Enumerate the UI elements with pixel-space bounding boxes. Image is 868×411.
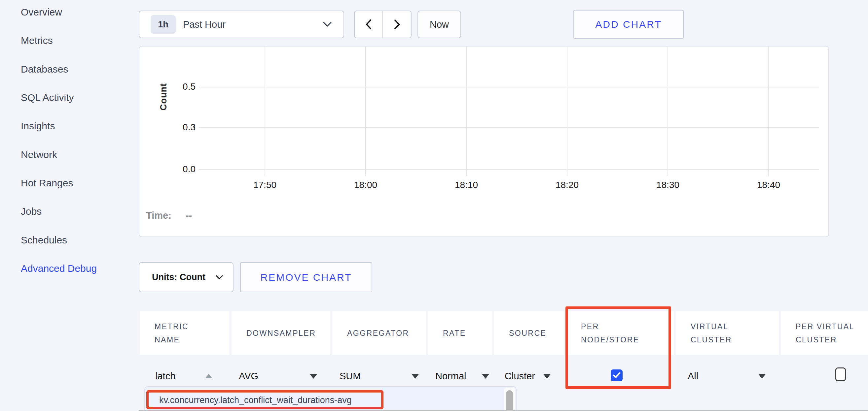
time-range-badge: 1h (151, 15, 176, 34)
column-header-downsampler: DOWNSAMPLER (231, 311, 330, 355)
column-header-aggregator: AGGREGATOR (332, 311, 426, 355)
chevron-right-icon (394, 20, 400, 29)
caret-down-icon[interactable] (758, 374, 766, 379)
chart-card: Count 0.5 0.3 0.0 17:50 18:00 18:10 18:2… (139, 46, 829, 237)
per-virtual-cluster-checkbox[interactable] (835, 368, 846, 381)
sidebar-item-insights[interactable]: Insights (21, 121, 55, 132)
caret-up-icon[interactable] (206, 374, 212, 378)
chevron-down-icon (323, 22, 332, 27)
sidebar-item-overview[interactable]: Overview (21, 7, 62, 18)
scrollbar-thumb[interactable] (506, 390, 513, 411)
metric-suggestion-item[interactable]: kv.concurrency.latch_conflict_wait_durat… (159, 395, 352, 405)
advanced-debug-custom-chart-page: Overview Metrics Databases SQL Activity … (0, 0, 868, 411)
source-select-value[interactable]: Cluster (505, 371, 535, 382)
metric-name-input[interactable] (150, 367, 205, 385)
column-header-virtual-cluster: VIRTUAL CLUSTER (676, 311, 779, 355)
downsampler-select-value[interactable]: AVG (239, 371, 258, 382)
virtual-cluster-select-value[interactable]: All (688, 371, 698, 382)
caret-down-icon[interactable] (411, 374, 419, 379)
sidebar-item-jobs[interactable]: Jobs (21, 206, 42, 217)
caret-down-icon[interactable] (482, 374, 489, 379)
units-select[interactable]: Units: Count (139, 262, 234, 292)
previous-time-button[interactable] (355, 11, 382, 38)
caret-down-icon[interactable] (310, 374, 317, 379)
time-range-select[interactable]: 1h Past Hour (139, 10, 344, 38)
sidebar-item-network[interactable]: Network (21, 149, 57, 160)
check-icon (613, 372, 621, 379)
sidebar-item-schedules[interactable]: Schedules (21, 235, 67, 246)
chevron-down-icon (216, 275, 223, 280)
sidebar-item-advanced-debug[interactable]: Advanced Debug (21, 263, 97, 274)
x-tick: 18:20 (544, 180, 590, 190)
column-header-source: SOURCE (494, 311, 564, 355)
sidebar-item-metrics[interactable]: Metrics (21, 35, 53, 46)
next-time-button[interactable] (383, 11, 411, 38)
metric-autocomplete-dropdown: kv.concurrency.latch_conflict_wait_durat… (144, 386, 517, 411)
x-tick: 18:40 (745, 180, 792, 190)
add-chart-button[interactable]: ADD CHART (574, 10, 684, 39)
per-node-store-checkbox[interactable] (611, 370, 623, 381)
x-tick: 17:50 (242, 180, 288, 190)
remove-chart-button[interactable]: REMOVE CHART (240, 262, 372, 292)
y-tick-0.5: 0.5 (173, 81, 195, 92)
caret-down-icon[interactable] (543, 374, 551, 379)
column-header-rate: RATE (428, 311, 492, 355)
chevron-left-icon (366, 20, 372, 29)
divider (139, 410, 868, 411)
sidebar-item-sql-activity[interactable]: SQL Activity (21, 92, 74, 103)
time-step-buttons (354, 10, 411, 38)
hover-time-label: Time: (146, 210, 172, 221)
time-range-label: Past Hour (183, 19, 225, 30)
column-header-per-node-store: PER NODE/STORE (566, 311, 674, 355)
units-select-label: Units: Count (152, 272, 206, 282)
y-tick-0.0: 0.0 (173, 164, 195, 174)
now-button[interactable]: Now (417, 10, 461, 38)
scrollbar-track[interactable] (504, 387, 515, 411)
rate-select-value[interactable]: Normal (435, 371, 466, 382)
sidebar-item-hot-ranges[interactable]: Hot Ranges (21, 177, 73, 189)
sidebar-item-databases[interactable]: Databases (21, 64, 68, 75)
x-tick: 18:00 (342, 180, 389, 190)
hover-time-value: -- (186, 210, 192, 221)
chart-plot-area[interactable] (199, 46, 819, 176)
y-axis-label: Count (159, 71, 169, 110)
x-tick: 18:30 (645, 180, 691, 190)
x-tick: 18:10 (443, 180, 490, 190)
column-header-per-virtual-cluster: PER VIRTUAL CLUSTER (781, 311, 868, 355)
aggregator-select-value[interactable]: SUM (340, 371, 361, 382)
column-header-metric-name: METRIC NAME (140, 311, 229, 355)
y-tick-0.3: 0.3 (173, 122, 195, 133)
